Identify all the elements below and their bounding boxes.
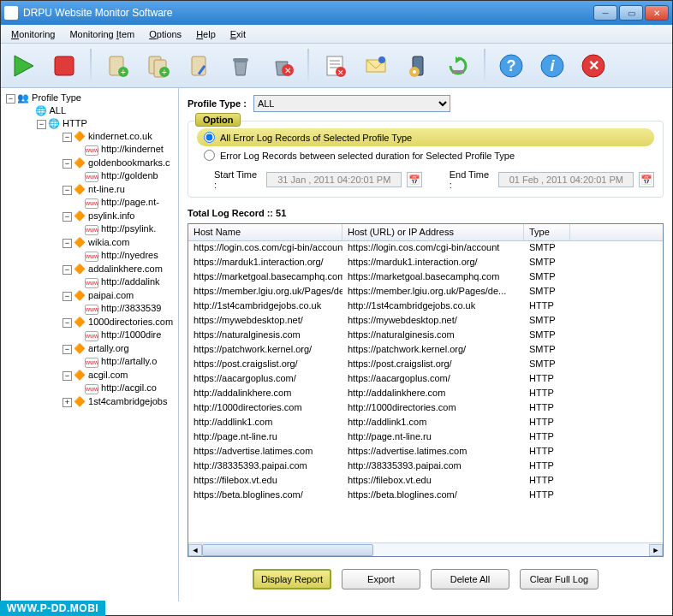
cell-type: SMTP — [524, 314, 570, 329]
play-button[interactable] — [6, 49, 40, 83]
trash-delete-icon[interactable]: ✕ — [265, 49, 299, 83]
menu-options[interactable]: Options — [142, 27, 188, 41]
tree-site[interactable]: −🔶 psylink.info — [3, 210, 176, 222]
col-hostname[interactable]: Host Name — [188, 224, 342, 240]
table-row[interactable]: http://page.nt-line.ruhttp://page.nt-lin… — [188, 430, 663, 445]
window-title: DRPU Website Monitor Software — [23, 7, 592, 19]
table-row[interactable]: http://1st4cambridgejobs.co.ukhttp://1st… — [188, 299, 663, 314]
scroll-right-icon[interactable]: ► — [649, 544, 663, 556]
tree-url[interactable]: www http://addalink — [3, 275, 176, 289]
tree-url[interactable]: www http://3833539 — [3, 302, 176, 316]
document-icon[interactable]: ✕ — [318, 49, 352, 83]
tree-site[interactable]: +🔶 1st4cambridgejobs — [3, 395, 176, 408]
table-row[interactable]: https://advertise.latimes.comhttps://adv… — [188, 445, 663, 459]
cell-hostname: https://patchwork.kernel.org/ — [188, 343, 342, 358]
radio-all-label: All Error Log Records of Selected Profil… — [220, 133, 412, 143]
col-type[interactable]: Type — [524, 224, 570, 240]
scroll-left-icon[interactable]: ◄ — [188, 544, 202, 556]
cell-url: https://aacargoplus.com/ — [342, 372, 524, 387]
tree-all[interactable]: 🌐 ALL — [3, 104, 176, 117]
grid-body[interactable]: https://login.cos.com/cgi-bin/accounthtt… — [188, 241, 663, 542]
help-icon[interactable]: ? — [494, 49, 528, 83]
display-report-button[interactable]: Display Report — [253, 569, 331, 589]
info-icon[interactable]: i — [535, 49, 569, 83]
col-url[interactable]: Host (URL) or IP Address — [342, 224, 524, 240]
table-row[interactable]: http://38335393.paipai.comhttp://3833539… — [188, 459, 663, 474]
refresh-icon[interactable] — [441, 49, 475, 83]
tree-url[interactable]: www http://psylink. — [3, 222, 176, 236]
tree-root[interactable]: −👥 Profile Type — [3, 92, 176, 104]
close-button[interactable]: ✕ — [645, 5, 669, 21]
tree-site[interactable]: −🔶 acgil.com — [3, 369, 176, 382]
cell-hostname: https://beta.bloglines.com/ — [188, 489, 342, 503]
table-row[interactable]: https://post.craigslist.org/https://post… — [188, 358, 663, 372]
table-row[interactable]: http://addlink1.comhttp://addlink1.comHT… — [188, 416, 663, 430]
tree-url[interactable]: www http://nyedres — [3, 249, 176, 263]
table-row[interactable]: https://marduk1.interaction.org/https://… — [188, 256, 663, 270]
table-row[interactable]: http://addalinkhere.comhttp://addalinkhe… — [188, 387, 663, 401]
cell-url: https://naturalginesis.com — [342, 329, 524, 343]
scroll-thumb[interactable] — [202, 544, 373, 556]
menu-monitoring[interactable]: Monitoring — [4, 27, 62, 41]
table-row[interactable]: https://beta.bloglines.com/https://beta.… — [188, 489, 663, 503]
tree-http[interactable]: −🌐 HTTP — [1, 117, 176, 130]
tree-site[interactable]: −🔶 wikia.com — [3, 236, 176, 249]
table-row[interactable]: https://filebox.vt.eduhttps://filebox.vt… — [188, 474, 663, 489]
tree-url[interactable]: www http://1000dire — [3, 329, 176, 342]
table-row[interactable]: https://naturalginesis.comhttps://natura… — [188, 329, 663, 343]
cell-url: https://marketgoal.basecamphq.com — [342, 270, 524, 285]
radio-duration-input[interactable] — [204, 150, 215, 161]
radio-duration-logs[interactable]: Error Log Records between selected durat… — [197, 146, 654, 164]
table-row[interactable]: https://aacargoplus.com/https://aacargop… — [188, 372, 663, 387]
cancel-icon[interactable]: ✕ — [576, 49, 610, 83]
cell-type: SMTP — [524, 256, 570, 270]
tree-site[interactable]: −🔶 addalinkhere.com — [3, 263, 176, 275]
horizontal-scrollbar[interactable]: ◄ ► — [188, 542, 663, 556]
menu-help[interactable]: Help — [189, 27, 223, 41]
maximize-button[interactable]: ▭ — [619, 5, 643, 21]
tree-url[interactable]: www http://acgil.co — [3, 382, 176, 395]
main-panel: Profile Type : ALL Option All Error Log … — [179, 88, 672, 601]
trash-icon[interactable] — [223, 49, 258, 83]
cell-url: http://page.nt-line.ru — [342, 430, 524, 445]
radio-all-input[interactable] — [204, 132, 215, 143]
table-row[interactable]: https://patchwork.kernel.org/https://pat… — [188, 343, 663, 358]
end-time-input[interactable] — [498, 172, 634, 187]
table-row[interactable]: https://mywebdesktop.net/https://mywebde… — [188, 314, 663, 329]
gear-phone-icon[interactable] — [400, 49, 434, 83]
clipboard-plus-2-icon[interactable]: + — [141, 49, 176, 83]
start-time-input[interactable] — [266, 172, 402, 187]
export-button[interactable]: Export — [342, 569, 420, 589]
delete-all-button[interactable]: Delete All — [431, 569, 509, 589]
table-row[interactable]: http://1000directories.comhttp://1000dir… — [188, 401, 663, 416]
clear-log-button[interactable]: Clear Full Log — [520, 569, 599, 589]
tree-site[interactable]: −🔶 1000directories.com — [3, 316, 176, 329]
radio-all-logs[interactable]: All Error Log Records of Selected Profil… — [197, 128, 654, 146]
table-row[interactable]: https://member.lgiu.org.uk/Pages/defa...… — [188, 285, 663, 299]
tree-site[interactable]: −🔶 kindernet.co.uk — [3, 130, 176, 143]
menu-monitoring-item[interactable]: Monitoring Item — [63, 27, 141, 41]
tree-site[interactable]: −🔶 paipai.com — [3, 289, 176, 302]
clipboard-plus-1-icon[interactable]: + — [100, 49, 134, 83]
cell-url: http://38335393.paipai.com — [342, 459, 524, 474]
profile-type-select[interactable]: ALL — [253, 95, 450, 112]
tree-url[interactable]: www http://artally.o — [3, 355, 176, 369]
calendar-start-icon[interactable]: 📅 — [407, 172, 422, 187]
edit-icon[interactable] — [182, 49, 217, 83]
calendar-end-icon[interactable]: 📅 — [639, 172, 654, 187]
tree-site[interactable]: −🔶 goldenbookmarks.c — [3, 157, 176, 169]
tree-panel[interactable]: −👥 Profile Type 🌐 ALL −🌐 HTTP −🔶 kindern… — [1, 88, 179, 601]
stop-button[interactable] — [47, 49, 81, 83]
cell-hostname: http://1000directories.com — [188, 401, 342, 416]
table-row[interactable]: https://login.cos.com/cgi-bin/accounthtt… — [188, 241, 663, 256]
tree-url[interactable]: www http://kindernet — [3, 143, 176, 157]
tree-url[interactable]: www http://page.nt- — [3, 196, 176, 210]
tree-url[interactable]: www http://goldenb — [3, 169, 176, 183]
svg-text:✕: ✕ — [337, 68, 344, 77]
tree-site[interactable]: −🔶 nt-line.ru — [3, 183, 176, 196]
minimize-button[interactable]: ─ — [593, 5, 617, 21]
mail-icon[interactable] — [359, 49, 393, 83]
tree-site[interactable]: −🔶 artally.org — [3, 342, 176, 355]
menu-exit[interactable]: Exit — [223, 27, 253, 41]
table-row[interactable]: https://marketgoal.basecamphq.comhttps:/… — [188, 270, 663, 285]
